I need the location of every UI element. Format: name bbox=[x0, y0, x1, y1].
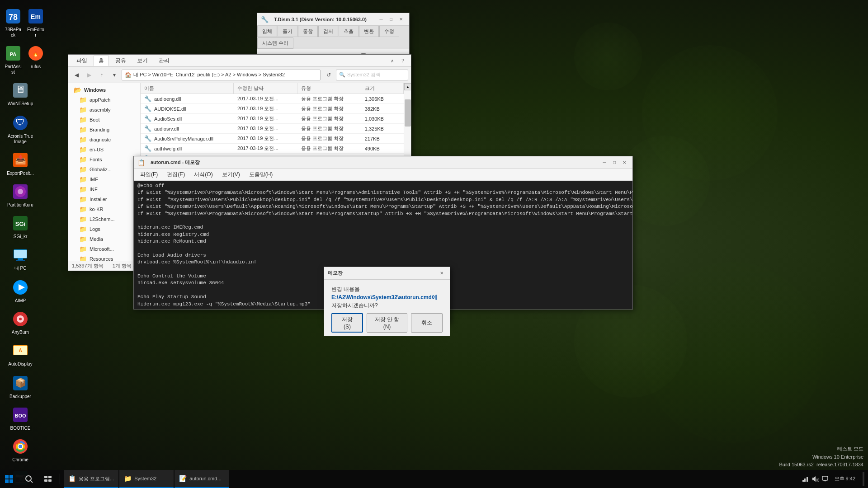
taskbar-app-system32[interactable]: 📁 System32 bbox=[119, 470, 174, 488]
sidebar-item-kokr[interactable]: 📁 ko-KR bbox=[68, 204, 140, 214]
globaliz-icon: 📁 bbox=[79, 166, 87, 173]
file-row-audiosrv[interactable]: 🔧audiosrv.dll 2017-03-19 오전... 응용 프로그램 확… bbox=[141, 124, 404, 134]
editor-maximize-button[interactable]: □ bbox=[610, 159, 619, 167]
tray-volume-icon[interactable]: )))) bbox=[811, 475, 819, 483]
tray-show-desktop-icon[interactable] bbox=[863, 472, 864, 486]
desktop-icon-bootice[interactable]: BOO BOOTICE bbox=[2, 403, 38, 434]
sidebar-item-media[interactable]: 📁 Media bbox=[68, 234, 140, 244]
taskbar-app-programs[interactable]: 📋 응용 프로그램... bbox=[64, 470, 118, 488]
explorer-forward-button[interactable]: ▶ bbox=[84, 70, 94, 80]
col-header-name[interactable]: 이름 bbox=[141, 83, 234, 94]
editor-close-button[interactable]: ✕ bbox=[620, 159, 629, 167]
explorer-ribbon-tab-view[interactable]: 보기 bbox=[132, 56, 152, 66]
desktop-icon-aimp[interactable]: AIMP bbox=[2, 276, 38, 306]
svg-text:78: 78 bbox=[9, 13, 18, 22]
explorer-ribbon-tab-file[interactable]: 파일 bbox=[72, 56, 92, 66]
desktop-icon-partassist[interactable]: PA PartAssist bbox=[2, 42, 24, 78]
sidebar-item-boot[interactable]: 📁 Boot bbox=[68, 115, 140, 125]
dism-minimize-button[interactable]: ─ bbox=[377, 15, 386, 23]
sidebar-item-inf[interactable]: 📁 INF bbox=[68, 184, 140, 194]
dism-tab-1[interactable]: 입체 bbox=[257, 26, 277, 37]
desktop-icon-partitionku[interactable]: PartitionKuru bbox=[2, 180, 38, 211]
file-row-audioeng[interactable]: 🔧audioeng.dll 2017-03-19 오전... 응용 프로그램 확… bbox=[141, 94, 404, 104]
dism-tab-4[interactable]: 검저 bbox=[318, 26, 338, 37]
scrollbar-thumb[interactable] bbox=[405, 99, 411, 127]
backupper-icon: 📦 bbox=[11, 374, 29, 392]
start-button[interactable] bbox=[0, 470, 18, 488]
desktop-icon-rufus[interactable]: 🔥 rufus bbox=[25, 42, 47, 78]
col-header-size[interactable]: 크기 bbox=[361, 83, 404, 94]
desktop-icon-autodisplay[interactable]: A AutoDisplay bbox=[2, 339, 38, 370]
file-row-authfwcfg[interactable]: 🔧authfwcfg.dll 2017-03-19 오전... 응용 프로그램 … bbox=[141, 144, 404, 154]
sidebar-item-microsoft[interactable]: 📁 Microsoft... bbox=[68, 244, 140, 254]
dism-maximize-button[interactable]: □ bbox=[387, 15, 396, 23]
desktop-icon-winntsetup[interactable]: 🖥 WinNTSetup bbox=[2, 79, 38, 109]
save-dialog-close-button[interactable]: ✕ bbox=[437, 269, 446, 277]
dism-tab-3[interactable]: 통합 bbox=[298, 26, 318, 37]
tray-clock[interactable]: 오후 9:42 bbox=[831, 475, 859, 482]
sidebar-item-apppatch[interactable]: 📁 appPatch bbox=[68, 95, 140, 105]
svg-text:A: A bbox=[19, 348, 22, 353]
sidebar-item-ime[interactable]: 📁 IME bbox=[68, 174, 140, 184]
editor-menu-help[interactable]: 도움말(H) bbox=[245, 170, 277, 179]
sidebar-item-fonts[interactable]: 📁 Fonts bbox=[68, 155, 140, 164]
editor-menu-file[interactable]: 파일(F) bbox=[137, 170, 161, 179]
explorer-ribbon-tab-home[interactable]: 홈 bbox=[94, 56, 109, 66]
desktop-icon-78repack[interactable]: 78 78RePack bbox=[2, 5, 24, 41]
desktop-icon-exportpos[interactable]: 📤 ExportPosit... bbox=[2, 148, 38, 179]
file-row-audiosrvpolicy[interactable]: 🔧AudioSrvPolicyManager.dll 2017-03-19 오전… bbox=[141, 134, 404, 144]
desktop-icon-sgi[interactable]: SGi SGi_kr bbox=[2, 211, 38, 242]
explorer-refresh-button[interactable]: ↺ bbox=[323, 70, 334, 80]
cancel-button[interactable]: 취소 bbox=[411, 313, 443, 333]
nosave-button[interactable]: 저장 안 함(N) bbox=[367, 313, 407, 333]
explorer-ribbon-tab-manage[interactable]: 관리 bbox=[154, 56, 174, 66]
file-row-audiokse[interactable]: 🔧AUDIOKSE.dll 2017-03-19 오전... 응용 프로그램 확… bbox=[141, 104, 404, 114]
desktop-icon-backupper[interactable]: 📦 Backupper bbox=[2, 371, 38, 402]
editor-menu-edit[interactable]: 편집(E) bbox=[163, 170, 189, 179]
save-button[interactable]: 저장(S) bbox=[331, 313, 363, 333]
sidebar-item-assembly[interactable]: 📁 assembly bbox=[68, 105, 140, 115]
dism-tab-5[interactable]: 추출 bbox=[339, 26, 359, 37]
editor-menu-view[interactable]: 보기(V) bbox=[218, 170, 244, 179]
scrollbar-up-arrow[interactable]: ▲ bbox=[404, 83, 411, 90]
sidebar-item-windows[interactable]: 📂 Windows bbox=[68, 85, 140, 95]
editor-minimize-button[interactable]: ─ bbox=[600, 159, 609, 167]
tray-action-center-icon[interactable] bbox=[821, 475, 829, 483]
file-row-audioses[interactable]: 🔧AudioSes.dll 2017-03-19 오전... 응용 프로그램 확… bbox=[141, 114, 404, 124]
explorer-ribbon-tab-share[interactable]: 공유 bbox=[111, 56, 131, 66]
dism-tab-6[interactable]: 변환 bbox=[359, 26, 379, 37]
dism-tab-7[interactable]: 수정 bbox=[379, 26, 399, 37]
sidebar-item-logs[interactable]: 📁 Logs bbox=[68, 224, 140, 234]
desktop-icon-chrome[interactable]: Chrome bbox=[2, 435, 38, 465]
sidebar-item-enus[interactable]: 📁 en-US bbox=[68, 145, 140, 155]
taskbar-taskview-icon[interactable] bbox=[39, 470, 57, 488]
statusbar-count: 1,5397개 항목 bbox=[72, 263, 104, 269]
sidebar-item-installer[interactable]: 📁 Installer bbox=[68, 194, 140, 204]
desktop-icon-mypc[interactable]: 내 PC bbox=[2, 243, 38, 274]
editor-menu-format[interactable]: 서식(O) bbox=[190, 170, 216, 179]
taskbar-search-icon[interactable] bbox=[20, 470, 38, 488]
explorer-recent-button[interactable]: ▾ bbox=[109, 70, 120, 80]
sidebar-item-globaliz[interactable]: 📁 Globaliz... bbox=[68, 164, 140, 174]
col-header-type[interactable]: 유형 bbox=[297, 83, 361, 94]
desktop-icon-anyburn[interactable]: AnyBurn bbox=[2, 307, 38, 338]
dism-tab-8[interactable]: 시스템 수리 bbox=[257, 38, 293, 49]
dism-tab-2[interactable]: 풀기 bbox=[278, 26, 297, 37]
explorer-up-button[interactable]: ↑ bbox=[96, 70, 107, 80]
search-box[interactable]: 🔍 System32 검색 bbox=[336, 70, 408, 80]
media-icon: 📁 bbox=[79, 235, 87, 243]
explorer-back-button[interactable]: ◀ bbox=[71, 70, 82, 80]
taskbar-app-autorun[interactable]: 📝 autorun.cmd... bbox=[175, 470, 229, 488]
address-bar[interactable]: 🏠 내 PC > Win10PE_Chum12_peutili (E:) > A… bbox=[122, 70, 321, 80]
sidebar-item-diagnostic[interactable]: 📁 diagnostc bbox=[68, 135, 140, 145]
tray-network-icon[interactable] bbox=[801, 475, 809, 483]
desktop-icon-acronis[interactable]: 🛡 Acronis True Image bbox=[2, 111, 38, 147]
col-header-date[interactable]: 수정한 날짜 bbox=[234, 83, 297, 94]
explorer-help[interactable]: ? bbox=[398, 56, 407, 65]
dism-close-button[interactable]: ✕ bbox=[396, 15, 406, 23]
desktop-icon-emeditor[interactable]: Em EmEditor bbox=[25, 5, 47, 41]
sidebar-item-l2schema[interactable]: 📁 L2Schem... bbox=[68, 214, 140, 224]
sidebar-item-branding[interactable]: 📁 Branding bbox=[68, 125, 140, 135]
explorer-expand-ribbon[interactable]: ∧ bbox=[387, 56, 396, 65]
sidebar-item-resources[interactable]: 📁 Resources bbox=[68, 254, 140, 261]
